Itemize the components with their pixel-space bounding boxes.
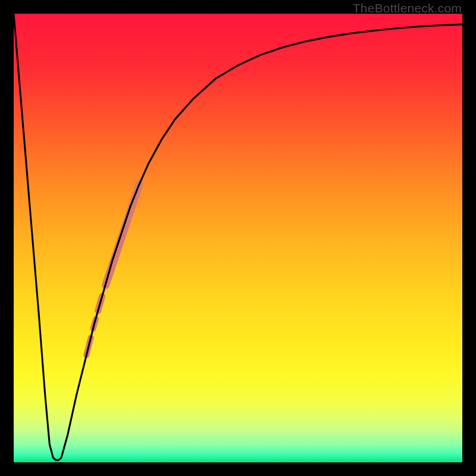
chart-container: TheBottleneck.com	[0, 0, 476, 476]
curve-layer	[14, 14, 462, 462]
plot-area	[14, 14, 462, 462]
main-curve	[14, 14, 462, 460]
watermark: TheBottleneck.com	[353, 1, 462, 15]
svg-line-1	[106, 184, 140, 286]
highlight-region	[86, 184, 139, 355]
